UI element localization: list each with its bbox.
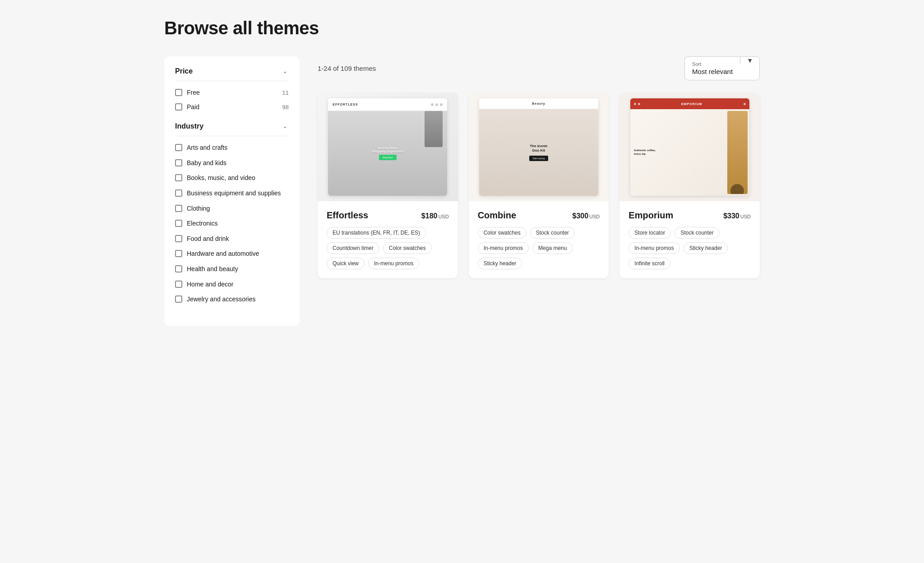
checkbox-industry-0[interactable] <box>175 144 182 151</box>
industry-filter-title: Industry <box>175 122 203 130</box>
content-header: 1-24 of 109 themes Sort Most relevant ▼ <box>318 56 760 80</box>
sort-label: Sort <box>692 61 733 67</box>
effortless-tags: EU translations (EN, FR, IT, DE, ES) Cou… <box>327 227 449 269</box>
effortless-hero-text: An EffortlessShopping Experience <box>372 147 404 153</box>
tag-emporium-4[interactable]: Infinite scroll <box>628 258 670 269</box>
filter-item-paid[interactable]: Paid 98 <box>175 103 289 112</box>
checkbox-industry-1[interactable] <box>175 159 182 166</box>
tag-effortless-1[interactable]: Countdown timer <box>327 242 379 254</box>
sort-chevron-icon: ▼ <box>740 57 759 64</box>
effortless-logo-preview: EFFORTLESS <box>333 103 358 106</box>
content-area: 1-24 of 109 themes Sort Most relevant ▼ <box>318 56 760 278</box>
checkbox-industry-9[interactable] <box>175 281 182 288</box>
tag-effortless-0[interactable]: EU translations (EN, FR, IT, DE, ES) <box>327 227 426 239</box>
theme-card-combine[interactable]: Beauty The IconicDuo Kit Start saving <box>469 93 609 278</box>
filter-item-industry-4[interactable]: Clothing <box>175 204 289 213</box>
sidebar: Price ⌄ Free 11 Paid <box>164 56 300 326</box>
filter-label-industry-2: Books, music, and video <box>187 174 255 183</box>
filter-item-industry-10[interactable]: Jewelry and accessories <box>175 295 289 304</box>
industry-filter-section: Industry ⌄ Arts and crafts Baby and kids… <box>175 122 289 304</box>
filter-item-industry-0[interactable]: Arts and crafts <box>175 143 289 152</box>
theme-grid: EFFORTLESS An EffortlessShop <box>318 93 760 278</box>
filter-item-industry-7[interactable]: Hardware and automotive <box>175 249 289 258</box>
filter-count-free: 11 <box>282 89 289 96</box>
price-filter-header[interactable]: Price ⌄ <box>175 67 289 81</box>
filter-label-industry-6: Food and drink <box>187 235 229 244</box>
effortless-cta: Shop Now <box>379 155 397 160</box>
combine-header-preview: Beauty <box>479 98 598 109</box>
combine-tags: Color swatches Stock counter In-menu pro… <box>478 227 600 269</box>
filter-label-industry-5: Electronics <box>187 219 217 228</box>
tag-effortless-2[interactable]: Color swatches <box>383 242 432 254</box>
checkbox-free[interactable] <box>175 89 182 96</box>
tag-emporium-3[interactable]: Sticky header <box>684 242 728 254</box>
theme-card-effortless[interactable]: EFFORTLESS An EffortlessShop <box>318 93 458 278</box>
theme-price-emporium: $330USD <box>723 212 751 220</box>
tag-combine-0[interactable]: Color swatches <box>478 227 527 239</box>
filter-item-industry-1[interactable]: Baby and kids <box>175 159 289 168</box>
page-title: Browse all themes <box>164 18 760 38</box>
tag-combine-1[interactable]: Stock counter <box>530 227 575 239</box>
filter-label-free: Free <box>187 88 200 97</box>
filter-label-industry-3: Business equipment and supplies <box>187 189 281 198</box>
tag-combine-3[interactable]: Mega menu <box>532 242 573 254</box>
theme-name-effortless: Effortless <box>327 210 368 221</box>
filter-label-industry-8: Health and beauty <box>187 265 238 274</box>
checkbox-industry-6[interactable] <box>175 235 182 242</box>
tag-combine-2[interactable]: In-menu promos <box>478 242 529 254</box>
filter-count-paid: 98 <box>282 104 289 111</box>
tag-emporium-1[interactable]: Stock counter <box>675 227 719 239</box>
checkbox-paid[interactable] <box>175 103 182 111</box>
filter-item-industry-8[interactable]: Health and beauty <box>175 265 289 274</box>
checkbox-industry-4[interactable] <box>175 205 182 212</box>
theme-card-emporium[interactable]: EMPORIUM Authentic coffee,every sip. <box>619 93 760 278</box>
filter-label-industry-9: Home and decor <box>187 280 234 289</box>
sort-dropdown[interactable]: Sort Most relevant ▼ <box>684 56 760 80</box>
tag-effortless-4[interactable]: In-menu promos <box>368 258 419 269</box>
filter-label-paid: Paid <box>187 103 199 112</box>
tag-effortless-3[interactable]: Quick view <box>327 258 365 269</box>
industry-filter-items: Arts and crafts Baby and kids Books, mus… <box>175 143 289 304</box>
tag-emporium-0[interactable]: Store locator <box>628 227 671 239</box>
checkbox-industry-7[interactable] <box>175 250 182 257</box>
emporium-hero-text: Authentic coffee,every sip. <box>634 149 724 156</box>
filter-item-industry-3[interactable]: Business equipment and supplies <box>175 189 289 198</box>
combine-hero-text: The IconicDuo Kit Start saving <box>529 144 548 161</box>
price-filter-section: Price ⌄ Free 11 Paid <box>175 67 289 111</box>
filter-item-industry-9[interactable]: Home and decor <box>175 280 289 289</box>
checkbox-industry-3[interactable] <box>175 189 182 197</box>
filter-label-industry-10: Jewelry and accessories <box>187 295 256 304</box>
checkbox-industry-5[interactable] <box>175 220 182 227</box>
price-filter-title: Price <box>175 67 193 75</box>
combine-cta: Start saving <box>529 156 548 161</box>
tag-emporium-2[interactable]: In-menu promos <box>628 242 679 254</box>
theme-name-combine: Combine <box>478 210 517 221</box>
filter-label-industry-7: Hardware and automotive <box>187 249 259 258</box>
theme-price-effortless: $180USD <box>421 212 449 220</box>
tag-combine-4[interactable]: Sticky header <box>478 258 522 269</box>
filter-label-industry-4: Clothing <box>187 204 210 213</box>
filter-item-free[interactable]: Free 11 <box>175 88 289 97</box>
filter-label-industry-1: Baby and kids <box>187 159 226 168</box>
theme-price-combine: $300USD <box>573 212 600 220</box>
industry-chevron-icon: ⌄ <box>282 123 289 130</box>
results-count: 1-24 of 109 themes <box>318 65 376 72</box>
price-filter-items: Free 11 Paid 98 <box>175 88 289 111</box>
filter-item-industry-2[interactable]: Books, music, and video <box>175 174 289 183</box>
filter-item-industry-6[interactable]: Food and drink <box>175 235 289 244</box>
price-chevron-icon: ⌄ <box>282 68 289 75</box>
theme-name-emporium: Emporium <box>628 210 673 221</box>
checkbox-industry-2[interactable] <box>175 174 182 181</box>
filter-item-industry-5[interactable]: Electronics <box>175 219 289 228</box>
sort-value: Most relevant <box>692 68 733 75</box>
checkbox-industry-10[interactable] <box>175 295 182 303</box>
emporium-logo-preview: EMPORIUM <box>681 102 702 106</box>
checkbox-industry-8[interactable] <box>175 265 182 272</box>
filter-label-industry-0: Arts and crafts <box>187 143 227 152</box>
emporium-tags: Store locator Stock counter In-menu prom… <box>628 227 751 269</box>
industry-filter-header[interactable]: Industry ⌄ <box>175 122 289 136</box>
